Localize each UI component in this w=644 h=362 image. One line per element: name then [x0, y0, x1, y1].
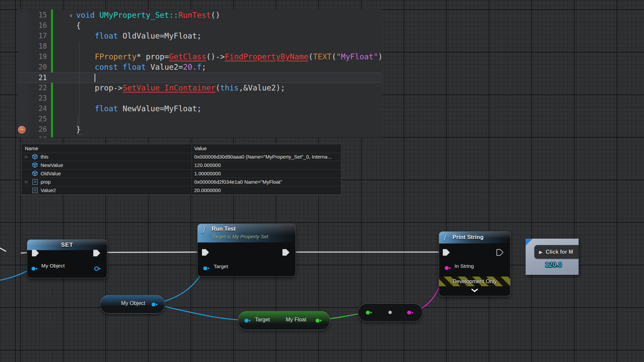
- my-object-getter-node[interactable]: My Object: [100, 295, 165, 314]
- line-number: 18: [17, 41, 47, 52]
- code-line: 17 float OldValue=MyFloat;: [17, 31, 381, 41]
- play-icon: ▶: [539, 249, 543, 255]
- line-number: 20: [17, 62, 47, 72]
- exec-wire-set-to-runtest: [99, 252, 203, 252]
- watch-variable-value: 0x000006d2f034e1a0 Name="MyFloat": [194, 179, 282, 185]
- function-icon: ƒ: [443, 234, 446, 241]
- object-wire-myobject-to-myfloat: [156, 305, 246, 320]
- float-input-pin[interactable]: [365, 310, 374, 315]
- object-cube-icon: [32, 154, 38, 161]
- value-equals-icon: =: [33, 179, 38, 185]
- exec-out-pin[interactable]: [93, 250, 101, 256]
- code-line: 26}: [17, 124, 381, 135]
- click-for-more-button[interactable]: ▶ Click for M: [534, 245, 579, 259]
- code-text: const float Value2=20.f;: [76, 62, 206, 72]
- object-cube-icon: [32, 171, 38, 177]
- set-node-title: SET: [27, 240, 107, 250]
- code-text: ∨void UMyProperty_Set::RunTest(): [76, 10, 220, 21]
- line-number: 17: [17, 31, 47, 41]
- my-object-getter-label: My Object: [121, 300, 145, 306]
- line-number: 24: [17, 104, 47, 114]
- watch-variable-name: NewValue: [41, 162, 63, 168]
- code-text: float OldValue=MyFloat;: [76, 31, 202, 41]
- code-text: prop->SetValue_InContainer(this,&Value2)…: [76, 83, 285, 93]
- blueprint-graph-canvas[interactable]: SET My Object ƒ Run Test Target is My Pr…: [0, 0, 644, 362]
- run-test-subtitle: Target is My Property Set: [212, 234, 268, 239]
- debugger-watch-panel[interactable]: Name Value ▷this0x000006d30d90aaa0 (Name…: [21, 144, 341, 195]
- line-number: 22: [17, 83, 47, 93]
- click-for-more-label: Click for M: [546, 249, 573, 255]
- target-input-label: Target: [214, 263, 228, 269]
- line-number: 16: [17, 20, 47, 31]
- watch-column-name[interactable]: Name: [25, 145, 38, 151]
- debug-watch-value: 120.0: [545, 261, 562, 268]
- watch-variable-value: 0x000006d30d90aaa0 (Name="MyProperty_Set…: [194, 154, 332, 160]
- watch-variable-name: OldValue: [41, 171, 61, 176]
- code-editor-panel[interactable]: 15∨void UMyProperty_Set::RunTest()16{17 …: [17, 9, 381, 137]
- code-line: 19 FProperty* prop=GetClass()->FindPrope…: [17, 52, 381, 62]
- target-input-pin[interactable]: [202, 265, 211, 271]
- code-text: {: [76, 20, 81, 31]
- exec-out-pin[interactable]: [496, 249, 504, 256]
- development-only-banner: Development Only: [439, 277, 510, 286]
- string-output-pin[interactable]: [406, 310, 415, 315]
- watch-row[interactable]: ▷=prop0x000006d2f034e1a0 Name="MyFloat": [21, 178, 341, 186]
- text-cursor: [95, 74, 95, 82]
- set-node[interactable]: SET My Object: [27, 239, 107, 278]
- exec-wire-edge-stub: [0, 248, 6, 251]
- my-object-input-pin[interactable]: [31, 266, 39, 272]
- line-number: 15: [17, 10, 47, 20]
- development-only-label: Development Only: [452, 279, 497, 285]
- code-line: 23: [17, 93, 381, 104]
- watch-variable-value: 1.00000000: [194, 171, 221, 176]
- collapse-chevron-icon[interactable]: [471, 289, 478, 292]
- execution-pointer-icon[interactable]: [18, 126, 25, 133]
- exec-in-pin[interactable]: [442, 249, 450, 256]
- code-line: 27: [17, 135, 381, 137]
- my-float-output-label: My Float: [286, 317, 306, 323]
- float-to-string-convert-node[interactable]: [358, 303, 423, 322]
- code-line: 15∨void UMyProperty_Set::RunTest(): [17, 10, 381, 20]
- expander-icon[interactable]: ▷: [25, 180, 28, 184]
- scope-end-guide: [77, 116, 83, 135]
- code-text: FProperty* prop=GetClass()->FindProperty…: [76, 52, 381, 62]
- object-cube-icon: [32, 162, 38, 169]
- watch-row[interactable]: OldValue1.00000000: [21, 170, 341, 178]
- watch-header-row: Name Value: [21, 144, 341, 153]
- run-test-node-header: ƒ Run Test Target is My Property Set: [198, 224, 296, 243]
- target-input-label: Target: [255, 317, 270, 323]
- code-text: float NewValue=MyFloat;: [76, 104, 202, 114]
- ellipsis-dot-icon: [388, 311, 392, 314]
- print-string-node-header: ƒ Print String: [439, 232, 510, 244]
- expander-icon[interactable]: ▷: [25, 155, 28, 159]
- run-test-node[interactable]: ƒ Run Test Target is My Property Set Tar…: [197, 224, 296, 277]
- my-object-output-pin[interactable]: [94, 266, 102, 272]
- print-string-node[interactable]: ƒ Print String In String Development Onl…: [439, 231, 511, 296]
- my-float-getter-node[interactable]: Target My Float: [238, 311, 330, 330]
- target-input-pin[interactable]: [244, 318, 252, 323]
- watch-row[interactable]: NewValue120.000000: [21, 161, 341, 170]
- indent-guide: [79, 43, 79, 128]
- watch-variable-value: 20.0000000: [194, 187, 221, 193]
- watch-variable-name: prop: [41, 179, 51, 185]
- line-number: 19: [17, 52, 47, 62]
- watch-row[interactable]: ▷this0x000006d30d90aaa0 (Name="MyPropert…: [21, 153, 341, 161]
- code-line: 18: [17, 41, 381, 52]
- exec-out-pin[interactable]: [282, 249, 290, 256]
- corner-fold-icon: [526, 239, 533, 246]
- line-number: 25: [17, 114, 47, 124]
- my-object-output-pin[interactable]: [151, 302, 159, 307]
- debug-value-popup[interactable]: ▶ Click for M 120.0: [526, 239, 579, 275]
- my-object-input-label: My Object: [41, 263, 65, 269]
- code-line: 25: [17, 114, 381, 124]
- exec-in-pin[interactable]: [202, 249, 210, 256]
- line-number: 23: [17, 93, 47, 104]
- line-number: 21: [17, 73, 47, 83]
- watch-row[interactable]: =Value220.0000000: [21, 186, 341, 195]
- in-string-input-label: In String: [454, 263, 474, 269]
- in-string-input-pin[interactable]: [444, 265, 452, 271]
- my-float-output-pin[interactable]: [315, 318, 323, 323]
- watch-column-value[interactable]: Value: [194, 145, 207, 151]
- exec-in-pin[interactable]: [32, 250, 40, 256]
- line-number: 27: [17, 135, 47, 137]
